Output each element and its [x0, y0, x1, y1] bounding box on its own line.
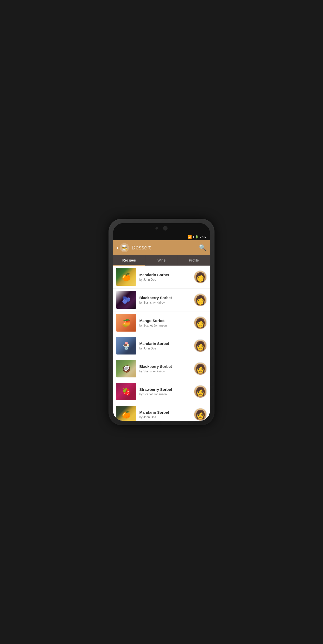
recipe-info: Mango Sorbet by Scarlet Jonanson	[139, 318, 192, 327]
recipe-author: by John Doe	[139, 278, 192, 281]
recipe-author: by Stanislav Kirilov	[139, 370, 192, 373]
recipe-thumbnail	[116, 314, 136, 332]
phone-top-hardware	[113, 223, 210, 233]
tab-bar: Recipes Wine Profile	[113, 255, 210, 266]
recipe-thumbnail	[116, 291, 136, 309]
recipe-thumbnail	[116, 383, 136, 400]
phone-device: 📶 Ⅰ 🔋 7:07 ‹ 👨‍🍳 Dessert 🔍 Recipes	[109, 219, 214, 425]
avatar-image	[194, 271, 206, 283]
tab-wine[interactable]: Wine	[145, 255, 178, 266]
recipe-thumbnail	[116, 268, 136, 286]
recipe-thumbnail	[116, 360, 136, 377]
recipe-author: by Stanislav Kirilov	[139, 301, 192, 304]
recipe-list: Mandarin Sorbet by John Doe Blackberry S…	[113, 266, 210, 421]
recipe-name: Blackberry Sorbet	[139, 364, 192, 369]
search-button[interactable]: 🔍	[199, 244, 206, 251]
tab-recipes[interactable]: Recipes	[113, 255, 145, 266]
recipe-item[interactable]: Mandarin Sorbet by John Doe	[113, 334, 210, 357]
recipe-author: by John Doe	[139, 347, 192, 350]
avatar-image	[194, 385, 206, 398]
recipe-name: Strawberry Sorbet	[139, 387, 192, 392]
recipe-avatar	[194, 385, 207, 398]
recipe-name: Blackberry Sorbet	[139, 296, 192, 300]
recipe-avatar	[194, 362, 207, 375]
recipe-author: by Scarlet Johanson	[139, 393, 192, 396]
status-time: 7:07	[200, 235, 206, 239]
speaker-dot	[163, 226, 168, 231]
recipe-name: Mango Sorbet	[139, 318, 192, 323]
recipe-thumbnail	[116, 406, 136, 421]
logo-icon: 👨‍🍳	[121, 245, 128, 251]
avatar-image	[194, 294, 206, 306]
back-button[interactable]: ‹	[117, 244, 118, 251]
recipe-info: Blackberry Sorbet by Stanislav Kirilov	[139, 296, 192, 304]
recipe-avatar	[194, 408, 207, 421]
avatar-image	[194, 317, 206, 329]
recipe-name: Mandarin Sorbet	[139, 273, 192, 277]
avatar-image	[194, 408, 206, 421]
camera-dot	[155, 227, 158, 230]
recipe-item[interactable]: Mango Sorbet by Scarlet Jonanson	[113, 311, 210, 334]
battery-icon: 🔋	[195, 235, 199, 239]
recipe-avatar	[194, 270, 207, 283]
phone-screen: 📶 Ⅰ 🔋 7:07 ‹ 👨‍🍳 Dessert 🔍 Recipes	[113, 223, 210, 421]
recipe-avatar	[194, 316, 207, 329]
tab-profile[interactable]: Profile	[178, 255, 210, 266]
recipe-info: Strawberry Sorbet by Scarlet Johanson	[139, 387, 192, 396]
recipe-item[interactable]: Mandarin Sorbet by John Doe	[113, 403, 210, 421]
recipe-name: Mandarin Sorbet	[139, 341, 192, 346]
signal-icon: Ⅰ	[193, 235, 194, 239]
recipe-avatar	[194, 339, 207, 352]
recipe-thumbnail	[116, 337, 136, 355]
recipe-info: Blackberry Sorbet by Stanislav Kirilov	[139, 364, 192, 373]
status-bar: 📶 Ⅰ 🔋 7:07	[113, 233, 210, 240]
recipe-author: by John Doe	[139, 415, 192, 419]
wifi-icon: 📶	[188, 235, 192, 239]
recipe-item[interactable]: Blackberry Sorbet by Stanislav Kirilov	[113, 357, 210, 380]
recipe-name: Mandarin Sorbet	[139, 410, 192, 414]
app-header: ‹ 👨‍🍳 Dessert 🔍	[113, 240, 210, 255]
recipe-item[interactable]: Mandarin Sorbet by John Doe	[113, 266, 210, 288]
app-screen: ‹ 👨‍🍳 Dessert 🔍 Recipes Wine Profile	[113, 240, 210, 421]
recipe-item[interactable]: Blackberry Sorbet by Stanislav Kirilov	[113, 288, 210, 311]
recipe-info: Mandarin Sorbet by John Doe	[139, 410, 192, 419]
recipe-item[interactable]: Strawberry Sorbet by Scarlet Johanson	[113, 380, 210, 403]
recipe-info: Mandarin Sorbet by John Doe	[139, 341, 192, 350]
recipe-avatar	[194, 293, 207, 306]
header-logo: 👨‍🍳	[120, 243, 129, 252]
header-title: Dessert	[131, 244, 199, 251]
avatar-image	[194, 363, 206, 375]
recipe-info: Mandarin Sorbet by John Doe	[139, 273, 192, 281]
recipe-author: by Scarlet Jonanson	[139, 324, 192, 327]
avatar-image	[194, 340, 206, 352]
status-icons: 📶 Ⅰ 🔋 7:07	[188, 235, 206, 239]
